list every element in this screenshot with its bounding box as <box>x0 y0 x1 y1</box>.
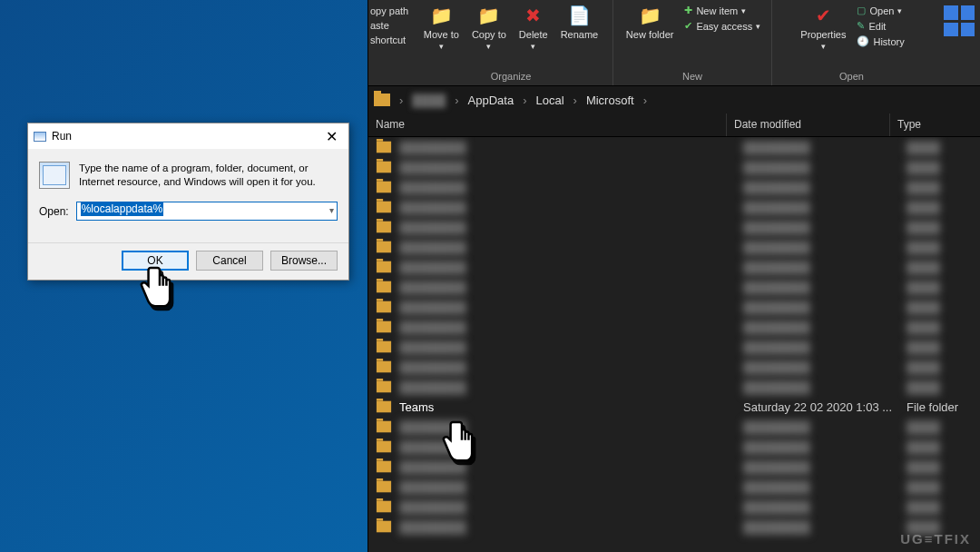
breadcrumb-item[interactable]: AppData <box>468 94 514 107</box>
ribbon-group-new: 📁 New folder ✚ New item ▾ ✔ Easy access … <box>613 0 772 85</box>
delete-button[interactable]: ✖ Delete ▾ <box>514 2 554 53</box>
copy-path-partial[interactable]: opy path <box>370 4 409 18</box>
cancel-button[interactable]: Cancel <box>196 251 263 271</box>
list-item[interactable]: ████████████████████ <box>368 317 980 337</box>
dropdown-arrow-icon[interactable]: ▾ <box>329 205 334 215</box>
column-name[interactable]: Name <box>368 113 727 136</box>
organize-group-label: Organize <box>491 69 532 85</box>
new-folder-button[interactable]: 📁 New folder <box>621 2 680 42</box>
list-item[interactable]: ████████████████████ <box>368 177 980 197</box>
item-date: Saturday 22 02 2020 1:03 ... <box>743 400 906 414</box>
list-item-teams[interactable]: Teams Saturday 22 02 2020 1:03 ... File … <box>368 397 980 417</box>
list-item[interactable]: ████████████████████ <box>368 417 980 437</box>
close-icon[interactable]: ✕ <box>322 128 341 145</box>
breadcrumb-item[interactable]: Microsoft <box>586 94 634 107</box>
move-to-icon: 📁 <box>429 4 453 27</box>
run-titlebar[interactable]: Run ✕ <box>28 123 348 149</box>
new-folder-icon: 📁 <box>638 4 662 27</box>
column-headers: Name Date modified Type <box>368 113 980 137</box>
watermark: UG≡TFIX <box>900 531 971 547</box>
edit-label: Edit <box>868 21 886 32</box>
history-icon: 🕘 <box>857 35 869 47</box>
copy-to-icon: 📁 <box>477 4 501 27</box>
list-item[interactable]: ████████████████████ <box>368 277 980 297</box>
open-input-value: %localappdata% <box>81 202 163 216</box>
delete-icon: ✖ <box>522 4 545 27</box>
list-item[interactable]: ████████████████████ <box>368 197 980 217</box>
file-list: ████████████████████ ███████████████████… <box>368 137 980 550</box>
open-input[interactable]: %localappdata% ▾ <box>76 202 338 221</box>
easy-access-icon: ✔ <box>684 20 692 32</box>
open-icon: ▢ <box>857 5 866 16</box>
chevron-right-icon: › <box>573 94 577 107</box>
item-type: File folder <box>906 400 958 414</box>
chevron-right-icon: › <box>643 94 647 107</box>
list-item[interactable]: ████████████████████ <box>368 497 980 517</box>
rename-button[interactable]: 📄 Rename <box>555 2 604 42</box>
run-description: Type the name of a program, folder, docu… <box>79 162 338 189</box>
list-item[interactable]: ████████████████████ <box>368 237 980 257</box>
copy-to-button[interactable]: 📁 Copy to ▾ <box>466 2 512 53</box>
run-icon <box>34 132 46 142</box>
edit-button[interactable]: ✎ Edit <box>853 19 907 33</box>
open-label: Open <box>869 5 894 16</box>
list-item[interactable]: ████████████████████ <box>368 257 980 277</box>
ribbon-group-open: ✔ Properties ▾ ▢ Open ▾ ✎ Edit 🕘 <box>772 0 931 85</box>
easy-access-label: Easy access <box>696 21 752 32</box>
list-item[interactable]: ████████████████████ <box>368 517 980 537</box>
properties-button[interactable]: ✔ Properties ▾ <box>795 2 851 53</box>
ribbon: opy path aste shortcut 📁 Move to ▾ 📁 Cop… <box>368 0 980 86</box>
run-title: Run <box>52 130 72 143</box>
copy-to-label: Copy to <box>472 29 506 40</box>
history-label: History <box>873 36 904 47</box>
browse-button[interactable]: Browse... <box>270 251 338 271</box>
new-item-icon: ✚ <box>684 5 692 16</box>
column-date[interactable]: Date modified <box>727 113 890 136</box>
list-item[interactable]: ████████████████████ <box>368 357 980 377</box>
new-item-button[interactable]: ✚ New item ▾ <box>681 4 764 17</box>
open-button[interactable]: ▢ Open ▾ <box>853 4 907 17</box>
folder-icon <box>377 401 391 413</box>
list-item[interactable]: ████████████████████ <box>368 297 980 317</box>
properties-icon: ✔ <box>811 4 835 27</box>
chevron-right-icon: › <box>455 94 458 107</box>
run-dialog: Run ✕ Type the name of a program, folder… <box>27 123 349 281</box>
item-name: Teams <box>399 400 743 414</box>
list-item[interactable]: ████████████████████ <box>368 337 980 357</box>
chevron-right-icon: › <box>399 94 403 107</box>
run-program-icon <box>39 162 70 189</box>
list-item[interactable]: ████████████████████ <box>368 437 980 457</box>
open-label: Open: <box>39 205 69 218</box>
delete-label: Delete <box>519 29 548 40</box>
rename-label: Rename <box>561 29 599 40</box>
move-to-label: Move to <box>424 29 459 40</box>
chevron-right-icon: › <box>523 94 526 107</box>
ribbon-group-organize: 📁 Move to ▾ 📁 Copy to ▾ ✖ Delete ▾ 📄 Ren… <box>409 0 613 85</box>
list-item[interactable]: ████████████████████ <box>368 137 980 157</box>
list-item[interactable]: ████████████████████ <box>368 477 980 497</box>
history-button[interactable]: 🕘 History <box>853 34 907 48</box>
ok-button[interactable]: OK <box>122 251 189 271</box>
list-item[interactable]: ████████████████████ <box>368 457 980 477</box>
edit-icon: ✎ <box>857 20 865 32</box>
rename-icon: 📄 <box>567 4 591 27</box>
breadcrumb-hidden: ████ <box>412 94 446 107</box>
start-tiles-icon[interactable] <box>944 5 975 36</box>
breadcrumb[interactable]: › ████ › AppData › Local › Microsoft › <box>368 86 980 113</box>
properties-label: Properties <box>800 29 846 40</box>
column-type[interactable]: Type <box>890 113 928 136</box>
file-explorer-window: opy path aste shortcut 📁 Move to ▾ 📁 Cop… <box>368 0 980 552</box>
list-item[interactable]: ████████████████████ <box>368 377 980 397</box>
new-folder-label: New folder <box>626 29 674 40</box>
breadcrumb-item[interactable]: Local <box>535 94 564 107</box>
open-group-label: Open <box>839 69 864 85</box>
easy-access-button[interactable]: ✔ Easy access ▾ <box>681 19 764 33</box>
ribbon-clipboard-partial: opy path aste shortcut <box>368 0 409 85</box>
folder-icon <box>374 94 390 106</box>
paste-shortcut-partial[interactable]: aste shortcut <box>370 18 409 47</box>
list-item[interactable]: ████████████████████ <box>368 157 980 177</box>
new-item-label: New item <box>696 5 738 16</box>
new-group-label: New <box>682 69 702 85</box>
move-to-button[interactable]: 📁 Move to ▾ <box>418 2 465 53</box>
list-item[interactable]: ████████████████████ <box>368 217 980 237</box>
